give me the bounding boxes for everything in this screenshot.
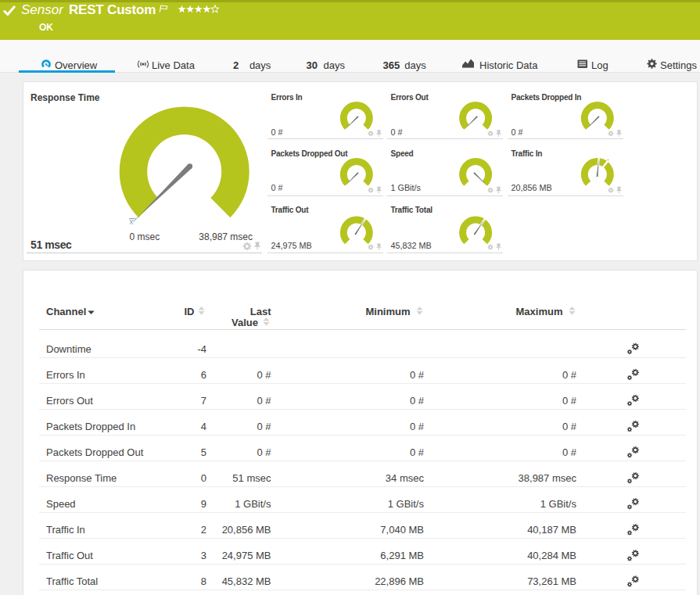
svg-text:x: x: [129, 217, 134, 226]
